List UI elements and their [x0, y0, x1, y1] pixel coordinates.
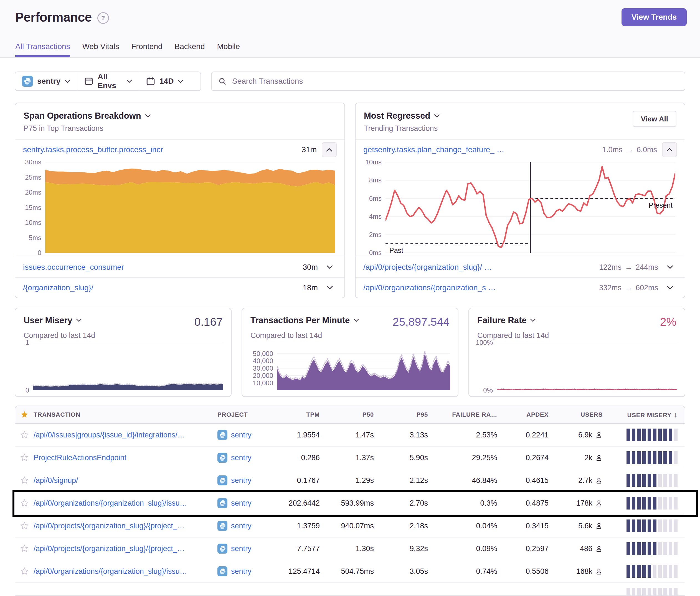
regressed-txn-link[interactable]: getsentry.tasks.plan_change_feature_ …	[363, 145, 504, 154]
tab-backend[interactable]: Backend	[175, 42, 205, 57]
user-misery-bar	[669, 497, 672, 510]
project-link[interactable]: sentry	[218, 498, 277, 508]
column-header-p50[interactable]: P50	[327, 411, 381, 418]
table-row[interactable]: /api/0/projects/{organization_slug}/{pro…	[15, 538, 685, 560]
apdex-value: 0.2597	[504, 544, 556, 553]
span-op-link[interactable]: sentry.tasks.process_buffer.process_incr	[23, 145, 163, 154]
favorite-star-icon[interactable]	[15, 431, 33, 439]
user-misery-bar	[637, 474, 641, 487]
users-count: 6.9k	[556, 431, 610, 439]
user-misery-bar	[669, 429, 672, 441]
project-link[interactable]: sentry	[218, 475, 277, 485]
failure-rate-card: Failure Rate 2% Compared to last 14d 100…	[469, 308, 685, 397]
transaction-link[interactable]: /api/0/projects/{organization_slug}/{pro…	[33, 522, 218, 530]
expand-button[interactable]	[663, 265, 677, 269]
table-row[interactable]: /api/0/organizations/{organization_slug}…	[15, 560, 685, 583]
regressed-card-title-row[interactable]: Most Regressed	[364, 111, 440, 121]
favorite-star-icon[interactable]	[15, 544, 33, 553]
view-trends-button[interactable]: View Trends	[622, 8, 687, 26]
transaction-link[interactable]: /api/0/projects/{organization_slug}/{pro…	[33, 544, 218, 553]
table-row[interactable]	[15, 583, 685, 596]
environment-selector[interactable]: All Envs	[77, 72, 139, 90]
user-misery-bar	[642, 565, 646, 578]
project-link[interactable]: sentry	[218, 544, 277, 553]
favorite-star-icon[interactable]	[15, 476, 33, 485]
span-card-title-row[interactable]: Span Operations Breakdown	[24, 111, 151, 121]
transaction-link[interactable]: /api/0/issues|groups/{issue_id}/integrat…	[33, 431, 218, 439]
project-link[interactable]: sentry	[218, 430, 277, 440]
transaction-link[interactable]: ProjectRuleActionsEndpoint	[33, 454, 218, 462]
python-project-icon	[218, 430, 227, 440]
axis-tick-label: 2ms	[369, 231, 382, 239]
chevron-down-icon	[145, 114, 151, 118]
most-regressed-card: Most Regressed Trending Transactions Vie…	[355, 103, 685, 298]
table-row[interactable]: /api/0/signup/sentry0.17671.29s2.12s46.8…	[15, 469, 685, 492]
favorite-star-icon[interactable]	[15, 567, 33, 575]
tpm-subtitle: Compared to last 14d	[242, 329, 458, 340]
project-link[interactable]: sentry	[218, 521, 277, 531]
regressed-txn-link[interactable]: /api/0/projects/{organization_slug}/ …	[363, 263, 492, 272]
environment-icon	[84, 77, 94, 86]
chevron-down-icon	[126, 80, 132, 83]
user-misery-bar	[648, 451, 651, 464]
table-row[interactable]: /api/0/organizations/{organization_slug}…	[15, 492, 685, 515]
user-misery-bar	[664, 497, 667, 510]
column-header-p95[interactable]: P95	[381, 411, 435, 418]
column-header-user-misery[interactable]: USER MISERY ↓	[610, 411, 685, 419]
regressed-card-subtitle: Trending Transactions	[364, 124, 440, 133]
axis-tick-label: 10ms	[25, 219, 41, 227]
p50-value: 593.99ms	[327, 499, 381, 508]
table-row[interactable]: ProjectRuleActionsEndpointsentry0.2861.3…	[15, 447, 685, 469]
tpm-value: 202.6442	[277, 499, 327, 508]
view-all-button[interactable]: View All	[633, 111, 676, 127]
user-misery-bars	[610, 497, 685, 510]
tab-all-transactions[interactable]: All Transactions	[15, 42, 70, 57]
calendar-icon	[146, 77, 155, 86]
tab-web-vitals[interactable]: Web Vitals	[82, 42, 119, 57]
regressed-txn-link[interactable]: /api/0/organizations/{organization_s …	[363, 283, 496, 292]
column-header-apdex[interactable]: APDEX	[504, 411, 556, 418]
expand-button[interactable]	[323, 265, 337, 269]
column-header-tpm[interactable]: TPM	[277, 411, 327, 418]
user-misery-bar	[642, 451, 646, 464]
regression-to: 244ms	[636, 263, 658, 272]
collapse-button[interactable]	[662, 142, 677, 157]
tpm-card: Transactions Per Minute 25,897.544 Compa…	[242, 308, 458, 397]
column-header-transaction[interactable]: TRANSACTION	[33, 411, 218, 418]
failure-rate-title-row[interactable]: Failure Rate	[477, 315, 535, 326]
favorite-star-icon[interactable]	[15, 499, 33, 507]
column-header-users[interactable]: USERS	[556, 411, 610, 418]
tab-frontend[interactable]: Frontend	[131, 42, 162, 57]
python-project-icon	[22, 76, 33, 87]
project-name: sentry	[231, 454, 252, 462]
table-row[interactable]: /api/0/projects/{organization_slug}/{pro…	[15, 515, 685, 538]
apdex-value: 0.3415	[504, 522, 556, 530]
transaction-link[interactable]: /api/0/signup/	[33, 476, 218, 485]
transaction-link[interactable]: /api/0/organizations/{organization_slug}…	[33, 567, 218, 576]
table-row[interactable]: /api/0/issues|groups/{issue_id}/integrat…	[15, 424, 685, 447]
date-range-selector[interactable]: 14D	[139, 72, 201, 90]
project-selector[interactable]: sentry	[15, 72, 77, 90]
axis-tick-label: 10ms	[365, 158, 382, 166]
favorite-star-icon[interactable]	[15, 522, 33, 530]
favorite-star-icon[interactable]	[15, 454, 33, 462]
regression-to: 6.0ms	[636, 146, 657, 154]
project-link[interactable]: sentry	[218, 566, 277, 576]
span-card-title: Span Operations Breakdown	[24, 111, 141, 121]
project-link[interactable]: sentry	[218, 453, 277, 463]
span-op-link[interactable]: issues.occurrence_consumer	[23, 263, 124, 272]
expand-button[interactable]	[323, 286, 337, 290]
tpm-title-row[interactable]: Transactions Per Minute	[250, 315, 359, 326]
column-header-failure-ra-[interactable]: FAILURE RA…	[435, 411, 504, 418]
help-icon[interactable]: ?	[97, 12, 109, 24]
search-input[interactable]	[231, 77, 678, 86]
tab-mobile[interactable]: Mobile	[217, 42, 240, 57]
user-misery-title-row[interactable]: User Misery	[24, 315, 81, 326]
span-op-link[interactable]: /{organization_slug}/	[23, 283, 94, 292]
column-header-project[interactable]: PROJECT	[218, 411, 277, 418]
expand-button[interactable]	[663, 286, 677, 290]
collapse-button[interactable]	[322, 142, 337, 157]
transaction-link[interactable]: /api/0/organizations/{organization_slug}…	[33, 499, 218, 508]
user-misery-bar	[632, 588, 635, 596]
user-misery-bar	[642, 542, 646, 555]
